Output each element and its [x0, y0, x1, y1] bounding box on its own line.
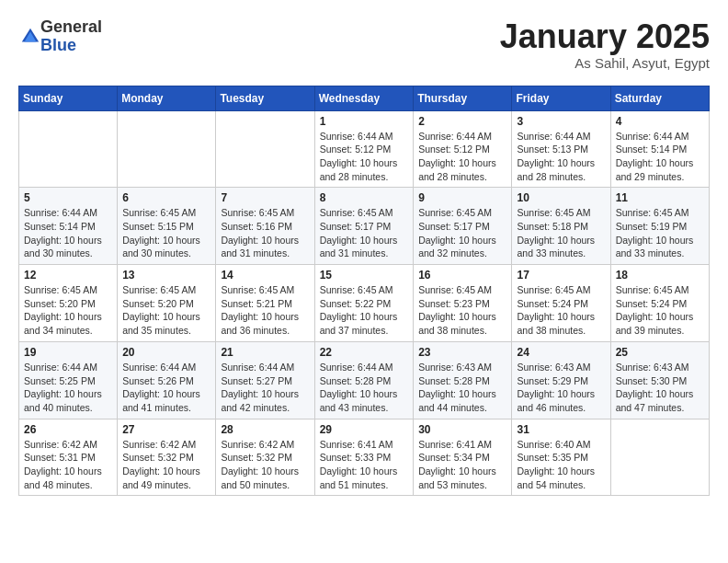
day-number: 4: [616, 115, 704, 128]
calendar-cell: 5Sunrise: 6:44 AM Sunset: 5:14 PM Daylig…: [19, 188, 118, 265]
calendar-cell: [216, 110, 314, 188]
day-number: 12: [24, 269, 112, 282]
calendar-cell: 10Sunrise: 6:45 AM Sunset: 5:18 PM Dayli…: [512, 188, 610, 265]
day-number: 1: [320, 115, 409, 128]
calendar-week-4: 19Sunrise: 6:44 AM Sunset: 5:25 PM Dayli…: [19, 341, 710, 419]
day-number: 26: [24, 423, 112, 436]
calendar-cell: 6Sunrise: 6:45 AM Sunset: 5:15 PM Daylig…: [118, 188, 216, 265]
day-number: 19: [24, 346, 112, 359]
calendar-cell: 24Sunrise: 6:43 AM Sunset: 5:29 PM Dayli…: [512, 341, 610, 419]
weekday-header-monday: Monday: [118, 86, 216, 110]
title-block: January 2025 As Sahil, Asyut, Egypt: [500, 18, 710, 71]
day-info: Sunrise: 6:44 AM Sunset: 5:14 PM Dayligh…: [616, 130, 704, 184]
weekday-header-saturday: Saturday: [610, 86, 709, 110]
weekday-header-sunday: Sunday: [19, 86, 118, 110]
day-info: Sunrise: 6:44 AM Sunset: 5:12 PM Dayligh…: [320, 130, 409, 184]
day-info: Sunrise: 6:45 AM Sunset: 5:17 PM Dayligh…: [418, 206, 506, 260]
calendar-cell: 30Sunrise: 6:41 AM Sunset: 5:34 PM Dayli…: [414, 419, 512, 496]
day-number: 15: [320, 269, 409, 282]
calendar-cell: 8Sunrise: 6:45 AM Sunset: 5:17 PM Daylig…: [314, 188, 414, 265]
day-number: 27: [122, 423, 210, 436]
day-info: Sunrise: 6:44 AM Sunset: 5:13 PM Dayligh…: [517, 130, 605, 184]
calendar-cell: 31Sunrise: 6:40 AM Sunset: 5:35 PM Dayli…: [512, 419, 610, 496]
calendar-cell: 26Sunrise: 6:42 AM Sunset: 5:31 PM Dayli…: [19, 419, 118, 496]
location-subtitle: As Sahil, Asyut, Egypt: [500, 55, 710, 71]
day-info: Sunrise: 6:41 AM Sunset: 5:33 PM Dayligh…: [320, 438, 409, 492]
calendar-cell: 13Sunrise: 6:45 AM Sunset: 5:20 PM Dayli…: [118, 265, 216, 342]
day-number: 18: [616, 269, 704, 282]
day-number: 14: [221, 269, 309, 282]
calendar-cell: 9Sunrise: 6:45 AM Sunset: 5:17 PM Daylig…: [414, 188, 512, 265]
calendar-cell: 20Sunrise: 6:44 AM Sunset: 5:26 PM Dayli…: [118, 341, 216, 419]
day-number: 31: [517, 423, 605, 436]
day-number: 2: [418, 115, 506, 128]
calendar-cell: 3Sunrise: 6:44 AM Sunset: 5:13 PM Daylig…: [512, 110, 610, 188]
day-info: Sunrise: 6:44 AM Sunset: 5:25 PM Dayligh…: [24, 361, 112, 415]
day-number: 6: [122, 191, 210, 204]
day-info: Sunrise: 6:45 AM Sunset: 5:17 PM Dayligh…: [320, 206, 409, 260]
day-number: 10: [517, 191, 605, 204]
calendar-cell: 21Sunrise: 6:44 AM Sunset: 5:27 PM Dayli…: [216, 341, 314, 419]
day-info: Sunrise: 6:45 AM Sunset: 5:19 PM Dayligh…: [616, 206, 704, 260]
day-number: 25: [616, 346, 704, 359]
calendar-cell: 27Sunrise: 6:42 AM Sunset: 5:32 PM Dayli…: [118, 419, 216, 496]
day-info: Sunrise: 6:45 AM Sunset: 5:20 PM Dayligh…: [24, 283, 112, 338]
day-number: 30: [418, 423, 506, 436]
weekday-header-wednesday: Wednesday: [314, 86, 414, 110]
weekday-header-friday: Friday: [512, 86, 610, 110]
calendar-cell: 14Sunrise: 6:45 AM Sunset: 5:21 PM Dayli…: [216, 265, 314, 342]
calendar-week-1: 1Sunrise: 6:44 AM Sunset: 5:12 PM Daylig…: [19, 110, 710, 188]
calendar-cell: 22Sunrise: 6:44 AM Sunset: 5:28 PM Dayli…: [314, 341, 414, 419]
day-info: Sunrise: 6:42 AM Sunset: 5:32 PM Dayligh…: [122, 438, 210, 492]
day-info: Sunrise: 6:44 AM Sunset: 5:12 PM Dayligh…: [418, 130, 506, 184]
calendar-cell: 23Sunrise: 6:43 AM Sunset: 5:28 PM Dayli…: [414, 341, 512, 419]
calendar-cell: 11Sunrise: 6:45 AM Sunset: 5:19 PM Dayli…: [610, 188, 709, 265]
weekday-header-thursday: Thursday: [414, 86, 512, 110]
logo-blue-text: Blue: [40, 36, 76, 54]
calendar-cell: [610, 419, 709, 496]
calendar-cell: [118, 110, 216, 188]
logo: General Blue: [18, 18, 102, 55]
calendar-cell: 16Sunrise: 6:45 AM Sunset: 5:23 PM Dayli…: [414, 265, 512, 342]
calendar-table: SundayMondayTuesdayWednesdayThursdayFrid…: [18, 86, 710, 497]
calendar-cell: 19Sunrise: 6:44 AM Sunset: 5:25 PM Dayli…: [19, 341, 118, 419]
month-title: January 2025: [500, 18, 710, 55]
calendar-cell: 12Sunrise: 6:45 AM Sunset: 5:20 PM Dayli…: [19, 265, 118, 342]
day-info: Sunrise: 6:45 AM Sunset: 5:16 PM Dayligh…: [221, 206, 309, 260]
day-info: Sunrise: 6:43 AM Sunset: 5:30 PM Dayligh…: [616, 361, 704, 415]
day-number: 28: [221, 423, 309, 436]
day-info: Sunrise: 6:42 AM Sunset: 5:32 PM Dayligh…: [221, 438, 309, 492]
weekday-header-tuesday: Tuesday: [216, 86, 314, 110]
day-number: 11: [616, 191, 704, 204]
calendar-cell: 4Sunrise: 6:44 AM Sunset: 5:14 PM Daylig…: [610, 110, 709, 188]
day-info: Sunrise: 6:43 AM Sunset: 5:29 PM Dayligh…: [517, 361, 605, 415]
weekday-header-row: SundayMondayTuesdayWednesdayThursdayFrid…: [19, 86, 710, 110]
calendar-cell: 2Sunrise: 6:44 AM Sunset: 5:12 PM Daylig…: [414, 110, 512, 188]
day-info: Sunrise: 6:40 AM Sunset: 5:35 PM Dayligh…: [517, 438, 605, 492]
calendar-cell: 29Sunrise: 6:41 AM Sunset: 5:33 PM Dayli…: [314, 419, 414, 496]
day-info: Sunrise: 6:45 AM Sunset: 5:15 PM Dayligh…: [122, 206, 210, 260]
day-info: Sunrise: 6:41 AM Sunset: 5:34 PM Dayligh…: [418, 438, 506, 492]
day-number: 3: [517, 115, 605, 128]
day-info: Sunrise: 6:45 AM Sunset: 5:20 PM Dayligh…: [122, 283, 210, 338]
calendar-cell: 18Sunrise: 6:45 AM Sunset: 5:24 PM Dayli…: [610, 265, 709, 342]
calendar-cell: [19, 110, 118, 188]
day-info: Sunrise: 6:45 AM Sunset: 5:23 PM Dayligh…: [418, 283, 506, 338]
day-info: Sunrise: 6:44 AM Sunset: 5:26 PM Dayligh…: [122, 361, 210, 415]
day-info: Sunrise: 6:45 AM Sunset: 5:24 PM Dayligh…: [616, 283, 704, 338]
day-number: 16: [418, 269, 506, 282]
day-number: 20: [122, 346, 210, 359]
day-info: Sunrise: 6:45 AM Sunset: 5:22 PM Dayligh…: [320, 283, 409, 338]
day-number: 7: [221, 191, 309, 204]
day-number: 23: [418, 346, 506, 359]
calendar-cell: 28Sunrise: 6:42 AM Sunset: 5:32 PM Dayli…: [216, 419, 314, 496]
page-header: General Blue January 2025 As Sahil, Asyu…: [18, 18, 710, 71]
day-number: 13: [122, 269, 210, 282]
day-number: 24: [517, 346, 605, 359]
logo-general-text: General: [40, 17, 102, 36]
day-number: 9: [418, 191, 506, 204]
day-info: Sunrise: 6:45 AM Sunset: 5:24 PM Dayligh…: [517, 283, 605, 338]
day-info: Sunrise: 6:42 AM Sunset: 5:31 PM Dayligh…: [24, 438, 112, 492]
day-number: 29: [320, 423, 409, 436]
day-number: 5: [24, 191, 112, 204]
